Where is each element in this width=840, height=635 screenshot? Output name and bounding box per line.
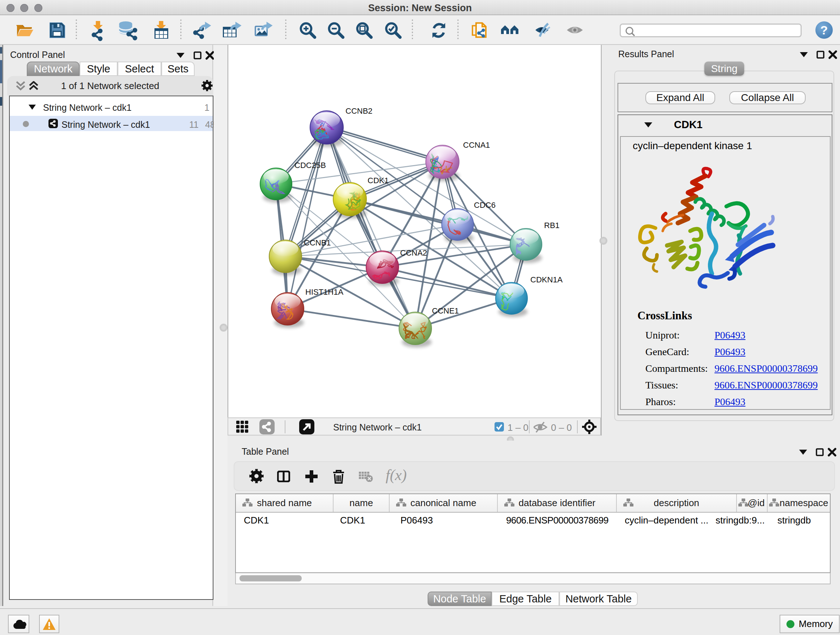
svg-text:CCNA1: CCNA1 (463, 141, 490, 149)
svg-text:CDK1: CDK1 (368, 176, 389, 185)
svg-text:CDKN1A: CDKN1A (531, 275, 563, 284)
svg-text:CDC25B: CDC25B (294, 161, 326, 170)
svg-text:RB1: RB1 (544, 221, 560, 230)
svg-text:CDC6: CDC6 (474, 201, 496, 210)
svg-text:CCNE1: CCNE1 (432, 306, 459, 315)
svg-text:HIST1H1A: HIST1H1A (305, 287, 343, 296)
svg-text:CCNA2: CCNA2 (400, 249, 427, 257)
svg-text:CCNB2: CCNB2 (346, 106, 373, 116)
svg-text:CCNB1: CCNB1 (304, 238, 331, 247)
